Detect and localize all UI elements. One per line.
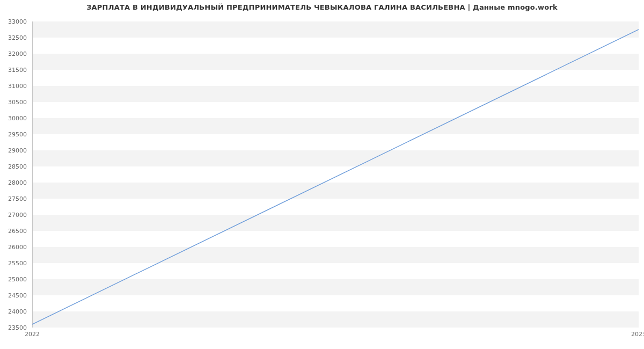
y-tick-label: 25500 bbox=[8, 260, 27, 267]
y-tick-label: 23500 bbox=[8, 324, 27, 331]
grid-bands bbox=[32, 21, 639, 328]
y-tick-label: 33000 bbox=[8, 18, 27, 25]
y-tick-label: 31000 bbox=[8, 83, 27, 90]
y-tick-label: 29500 bbox=[8, 131, 27, 138]
grid-band bbox=[32, 215, 639, 231]
grid-band bbox=[32, 150, 639, 166]
y-tick-label: 25000 bbox=[8, 276, 27, 283]
grid-band bbox=[32, 279, 639, 295]
y-tick-label: 28500 bbox=[8, 163, 27, 170]
y-tick-label: 30000 bbox=[8, 115, 27, 122]
x-axis-labels: 20222023 bbox=[32, 328, 639, 338]
chart-container: ЗАРПЛАТА В ИНДИВИДУАЛЬНЫЙ ПРЕДПРИНИМАТЕЛ… bbox=[0, 0, 644, 349]
grid-band bbox=[32, 86, 639, 102]
y-tick-label: 26500 bbox=[8, 228, 27, 235]
chart-title: ЗАРПЛАТА В ИНДИВИДУАЛЬНЫЙ ПРЕДПРИНИМАТЕЛ… bbox=[0, 3, 644, 11]
y-tick-label: 27000 bbox=[8, 212, 27, 219]
grid-band bbox=[32, 118, 639, 134]
plot-area bbox=[32, 21, 639, 328]
y-tick-label: 30500 bbox=[8, 99, 27, 106]
y-tick-label: 29000 bbox=[8, 147, 27, 154]
y-tick-label: 32000 bbox=[8, 50, 27, 57]
y-axis-labels: 2350024000245002500025500260002650027000… bbox=[0, 21, 29, 328]
grid-band bbox=[32, 54, 639, 70]
y-tick-label: 31500 bbox=[8, 67, 27, 74]
y-tick-label: 28000 bbox=[8, 179, 27, 186]
y-tick-label: 24000 bbox=[8, 308, 27, 315]
y-tick-label: 24500 bbox=[8, 292, 27, 299]
y-tick-label: 32500 bbox=[8, 34, 27, 41]
grid-band bbox=[32, 247, 639, 263]
grid-band bbox=[32, 311, 639, 328]
grid-band bbox=[32, 183, 639, 199]
plot-svg bbox=[32, 21, 639, 328]
x-tick-label: 2022 bbox=[25, 331, 40, 338]
y-tick-label: 26000 bbox=[8, 244, 27, 251]
x-tick-label: 2023 bbox=[631, 331, 644, 338]
y-tick-label: 27500 bbox=[8, 195, 27, 202]
grid-band bbox=[32, 21, 639, 38]
